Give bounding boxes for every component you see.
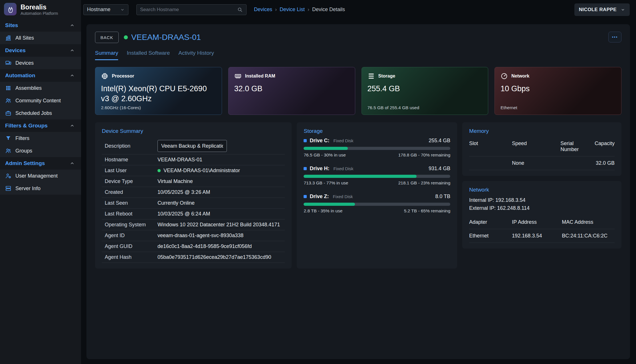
device-title-wrap: VEEAM-DRAAS-01 — [124, 33, 201, 42]
memory-header-speed: Speed — [512, 138, 560, 156]
memory-cell — [560, 156, 583, 170]
sidebar-item-label: Assemblies — [15, 85, 42, 91]
tab-summary[interactable]: Summary — [95, 50, 118, 60]
chevron-down-icon — [621, 7, 625, 12]
tab-bar: SummaryInstalled SoftwareActivity Histor… — [95, 50, 621, 60]
right-column: Memory SlotSpeedSerial NumberCapacityNon… — [462, 122, 621, 269]
sidebar-item-label: Filters — [15, 135, 29, 141]
breadcrumb-device-list[interactable]: Device List — [280, 7, 305, 13]
stat-card-row: ProcessorIntel(R) Xeon(R) CPU E5-2690 v3… — [95, 67, 621, 115]
drive-name: Drive Z: — [310, 194, 329, 200]
sidebar-nav: SitesAll SitesDevicesDevicesAutomationAs… — [0, 19, 81, 195]
sidebar-section-devices[interactable]: Devices — [0, 44, 81, 57]
drive-size: 931.4 GB — [429, 166, 450, 172]
sidebar-item-assemblies[interactable]: Assemblies — [0, 82, 81, 94]
chevron-up-icon — [70, 123, 75, 128]
drive-usage-bar — [304, 147, 450, 150]
summary-value: VEEAM-DRAAS-01\Administrator — [158, 168, 240, 174]
chevron-up-icon — [70, 161, 75, 166]
sidebar: Borealis Automation Platform SitesAll Si… — [0, 0, 81, 364]
summary-label: Last Seen — [105, 200, 158, 206]
online-dot — [158, 169, 161, 172]
sidebar-section-admin-settings[interactable]: Admin Settings — [0, 157, 81, 170]
network-panel: Network Internal IP: 192.168.3.54 Extern… — [462, 181, 621, 249]
network-table: AdapterIP AddressMAC AddressEthernet192.… — [469, 216, 615, 243]
stat-card-subtext: 2.60GHz (16-Cores) — [101, 105, 141, 110]
back-button[interactable]: BACK — [95, 32, 119, 43]
summary-value: 10/05/2025 @ 3:26 AM — [158, 189, 210, 195]
chevron-up-icon — [70, 48, 75, 53]
user-name: NICOLE RAPPE — [579, 7, 617, 13]
network-header-mac-address: MAC Address — [562, 216, 615, 229]
device-summary-title: Device Summary — [102, 128, 285, 134]
drive-remaining-text: 5.2 TB - 65% remaining — [404, 208, 451, 213]
sidebar-item-groups[interactable]: Groups — [0, 145, 81, 157]
drive-size: 8.0 TB — [435, 194, 451, 200]
sidebar-item-label: All Sites — [15, 35, 34, 41]
search-box[interactable] — [136, 4, 247, 15]
stat-card-title: Storage — [378, 74, 395, 79]
drive-name: Drive C: — [310, 138, 329, 144]
description-input[interactable] — [158, 140, 227, 152]
storage-stack-icon — [368, 72, 375, 80]
sidebar-item-community-content[interactable]: Community Content — [0, 94, 81, 107]
drive-usage-bar — [304, 203, 450, 206]
sidebar-item-scheduled-jobs[interactable]: Scheduled Jobs — [0, 107, 81, 119]
sidebar-item-label: Scheduled Jobs — [15, 110, 52, 116]
memory-panel: Memory SlotSpeedSerial NumberCapacityNon… — [462, 122, 621, 176]
sidebar-section-filters-groups[interactable]: Filters & Groups — [0, 119, 81, 132]
breadcrumb-devices[interactable]: Devices — [254, 7, 272, 13]
hostname-select[interactable]: Hostname — [83, 4, 128, 15]
memory-cell — [469, 156, 512, 170]
people-icon — [5, 148, 11, 154]
tab-activity-history[interactable]: Activity History — [178, 50, 214, 60]
drive-size: 255.4 GB — [429, 138, 450, 144]
device-details-card: BACK VEEAM-DRAAS-01 ••• SummaryInstalled… — [86, 24, 630, 359]
stat-card-value: 10 Gbps — [500, 84, 610, 94]
drive-remaining-text: 178.8 GB - 70% remaining — [398, 152, 451, 158]
sidebar-item-devices[interactable]: Devices — [0, 57, 81, 69]
drive-list: Drive C:Fixed Disk255.4 GB76.5 GB - 30% … — [304, 138, 450, 213]
drive-drive-z: Drive Z:Fixed Disk8.0 TB2.8 TB - 35% in … — [304, 194, 450, 213]
user-menu[interactable]: NICOLE RAPPE — [574, 3, 630, 16]
stat-card-title: Network — [511, 74, 529, 79]
sidebar-section-sites[interactable]: Sites — [0, 19, 81, 32]
stat-card-value: 32.0 GB — [234, 84, 344, 94]
drive-name: Drive H: — [310, 166, 329, 172]
sidebar-section-automation[interactable]: Automation — [0, 69, 81, 82]
stat-card-installed-ram: Installed RAM32.0 GB — [228, 67, 355, 115]
breadcrumb-separator: › — [308, 7, 309, 13]
summary-label: Hostname — [105, 157, 158, 163]
brand: Borealis Automation Platform — [0, 0, 81, 19]
drive-bullet — [304, 167, 307, 170]
tab-installed-software[interactable]: Installed Software — [127, 50, 170, 60]
brand-name: Borealis — [21, 3, 58, 11]
user-gear-icon — [5, 173, 11, 179]
drive-usage-fill — [304, 147, 348, 150]
drive-used-text: 2.8 TB - 35% in use — [304, 208, 342, 213]
drive-type: Fixed Disk — [334, 138, 354, 143]
more-options-button[interactable]: ••• — [608, 32, 621, 42]
network-header-adapter: Adapter — [469, 216, 512, 229]
internal-ip: Internal IP: 192.168.3.54 — [469, 196, 615, 204]
topbar: Hostname Devices›Device List›Device Deta… — [81, 0, 636, 19]
drive-type: Fixed Disk — [333, 194, 353, 199]
sidebar-item-server-info[interactable]: Server Info — [0, 182, 81, 195]
chevron-down-icon — [120, 7, 125, 12]
sidebar-item-label: Server Info — [15, 186, 41, 192]
summary-row-description: Description — [102, 138, 285, 154]
sidebar-item-all-sites[interactable]: All Sites — [0, 32, 81, 44]
stat-card-network: Network10 GbpsEthernet — [494, 67, 621, 115]
memory-header-slot: Slot — [469, 138, 512, 156]
sidebar-item-filters[interactable]: Filters — [0, 132, 81, 145]
search-icon[interactable] — [237, 7, 243, 13]
main: BACK VEEAM-DRAAS-01 ••• SummaryInstalled… — [81, 19, 636, 364]
summary-row-agent-hash: Agent Hash05ba0e7935171d626ecea29b27d7ae… — [102, 252, 285, 263]
summary-row-last-reboot: Last Reboot10/03/2025 @ 6:24 AM — [102, 209, 285, 219]
drive-remaining-text: 218.1 GB - 23% remaining — [398, 180, 451, 186]
drive-usage-fill — [304, 203, 355, 206]
summary-label: Agent Hash — [105, 254, 158, 260]
breadcrumb-separator: › — [275, 7, 277, 13]
search-input[interactable] — [140, 7, 235, 13]
sidebar-item-user-management[interactable]: User Management — [0, 170, 81, 182]
